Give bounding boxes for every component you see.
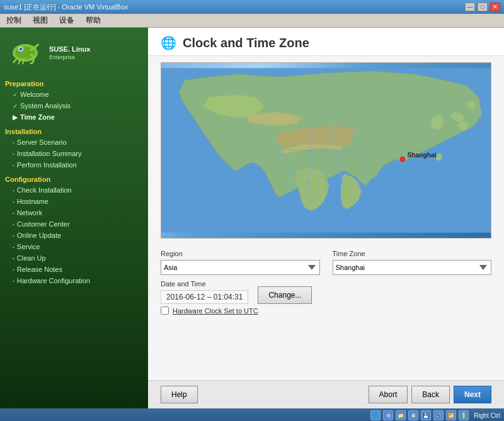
right-ctrl-label: Right Ctrl — [474, 412, 500, 419]
bullet-icon: • — [13, 199, 14, 205]
taskbar-icon-3[interactable]: 📁 — [396, 410, 406, 420]
bullet-icon: • — [13, 244, 14, 250]
taskbar: 🌐 ⚙ 📁 🖥 💾 🔊 📶 🔋 Right Ctrl — [0, 408, 504, 421]
suse-enterprise-text: Enterprise — [49, 54, 90, 60]
main-window: SUSE. Linux Enterprise Preparation ✓ Wel… — [0, 28, 504, 408]
taskbar-icon-7[interactable]: 📶 — [446, 410, 456, 420]
taskbar-icon-4[interactable]: 🖥 — [408, 410, 418, 420]
bullet-icon: • — [13, 162, 14, 168]
sidebar-section-installation: Installation — [0, 125, 148, 137]
world-map: Shanghai — [161, 63, 491, 238]
sidebar-section-configuration: Configuration — [0, 173, 148, 184]
abort-button[interactable]: Abort — [369, 386, 408, 403]
check-icon: ✓ — [13, 103, 18, 109]
sidebar-item-timezone[interactable]: ▶ Time Zone — [0, 111, 148, 123]
hardware-clock-checkbox[interactable] — [161, 306, 169, 315]
sidebar-item-perform-installation[interactable]: • Perform Installation — [0, 159, 148, 171]
taskbar-icon-2[interactable]: ⚙ — [383, 410, 393, 420]
title-bar: suse1 [正在运行] - Oracle VM VirtualBox — □ … — [0, 0, 504, 14]
taskbar-icon-8[interactable]: 🔋 — [459, 410, 469, 420]
sidebar-logo: SUSE. Linux Enterprise — [0, 28, 148, 75]
window-controls: — □ ✕ — [465, 3, 500, 11]
sidebar-item-network[interactable]: • Network — [0, 207, 148, 218]
globe-icon: 🌐 — [161, 35, 176, 50]
change-button[interactable]: Change... — [258, 286, 312, 304]
back-button[interactable]: Back — [411, 386, 450, 403]
hardware-clock-label[interactable]: Hardware Clock Set to UTC — [173, 307, 258, 315]
svg-point-3 — [20, 48, 22, 50]
taskbar-icon-6[interactable]: 🔊 — [433, 410, 444, 420]
next-button[interactable]: Next — [454, 386, 491, 403]
menu-bar: 控制 视图 设备 帮助 — [0, 14, 504, 28]
datetime-row: Date and Time 2016-06-12 – 01:04:31 Chan… — [161, 280, 491, 304]
bullet-icon: • — [13, 222, 14, 227]
sidebar-item-check-installation[interactable]: • Check Installation — [0, 184, 148, 196]
sidebar-item-hardware-configuration[interactable]: • Hardware Configuration — [0, 275, 148, 286]
sidebar-section-preparation: Preparation — [0, 77, 148, 89]
sidebar: SUSE. Linux Enterprise Preparation ✓ Wel… — [0, 28, 148, 408]
region-group: Region Asia — [161, 250, 320, 275]
sidebar-brand: SUSE. Linux Enterprise — [49, 45, 90, 60]
map-container: Shanghai — [161, 62, 491, 239]
datetime-label: Date and Time — [161, 280, 248, 288]
region-timezone-row: Region Asia Time Zone Shanghai — [161, 250, 491, 275]
bullet-icon: • — [13, 267, 14, 272]
bullet-icon: • — [13, 140, 14, 145]
sidebar-item-online-update[interactable]: • Online Update — [0, 230, 148, 241]
taskbar-icon-1[interactable]: 🌐 — [370, 410, 381, 420]
sidebar-item-installation-summary[interactable]: • Installation Summary — [0, 148, 148, 159]
bullet-icon: • — [13, 151, 14, 157]
content-area: 🌐 Clock and Time Zone — [148, 28, 504, 408]
close-button[interactable]: ✕ — [490, 3, 500, 11]
minimize-button[interactable]: — — [465, 3, 475, 11]
sidebar-item-server-scenario[interactable]: • Server Scenario — [0, 137, 148, 148]
button-bar: Help Abort Back Next — [148, 380, 504, 408]
sidebar-item-hostname[interactable]: • Hostname — [0, 196, 148, 207]
menu-control[interactable]: 控制 — [4, 14, 24, 27]
sidebar-item-clean-up[interactable]: • Clean Up — [0, 252, 148, 264]
sidebar-item-welcome[interactable]: ✓ Welcome — [0, 89, 148, 100]
form-area: Region Asia Time Zone Shanghai Date and … — [148, 245, 504, 380]
taskbar-icon-5[interactable]: 💾 — [421, 410, 431, 420]
bullet-icon: • — [13, 278, 14, 284]
suse-logo-area — [6, 37, 44, 69]
bullet-icon: • — [13, 233, 14, 239]
sidebar-item-customer-center[interactable]: • Customer Center — [0, 218, 148, 230]
suse-logo-text: SUSE. Linux — [49, 45, 90, 53]
region-label: Region — [161, 250, 320, 257]
page-title: Clock and Time Zone — [183, 36, 309, 50]
nav-buttons: Abort Back Next — [369, 386, 491, 403]
content-header: 🌐 Clock and Time Zone — [148, 28, 504, 56]
bullet-icon: • — [13, 188, 14, 193]
datetime-value: 2016-06-12 – 01:04:31 — [161, 290, 248, 304]
datetime-group: Date and Time 2016-06-12 – 01:04:31 — [161, 280, 248, 304]
sidebar-item-system-analysis[interactable]: ✓ System Analysis — [0, 100, 148, 111]
sidebar-item-service[interactable]: • Service — [0, 241, 148, 252]
svg-point-7 — [400, 157, 404, 161]
timezone-select[interactable]: Shanghai — [333, 260, 492, 275]
maximize-button[interactable]: □ — [478, 3, 488, 11]
bullet-icon: • — [13, 255, 14, 261]
menu-help[interactable]: 帮助 — [83, 14, 103, 27]
timezone-group: Time Zone Shanghai — [333, 250, 492, 275]
sidebar-item-release-notes[interactable]: • Release Notes — [0, 264, 148, 275]
menu-devices[interactable]: 设备 — [57, 14, 77, 27]
arrow-icon: ▶ — [13, 114, 18, 121]
help-button[interactable]: Help — [161, 386, 198, 403]
check-icon: ✓ — [13, 91, 18, 98]
hardware-clock-row: Hardware Clock Set to UTC — [161, 306, 491, 315]
menu-view[interactable]: 视图 — [30, 14, 50, 27]
region-select[interactable]: Asia — [161, 260, 320, 275]
bullet-icon: • — [13, 210, 14, 216]
chameleon-icon — [8, 39, 43, 67]
window-title: suse1 [正在运行] - Oracle VM VirtualBox — [4, 3, 128, 12]
timezone-label: Time Zone — [333, 250, 492, 257]
